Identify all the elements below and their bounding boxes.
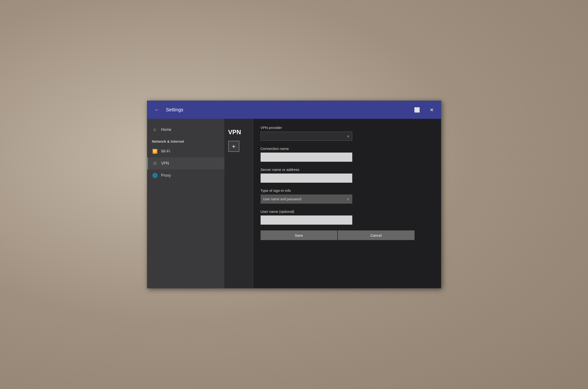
sidebar: ⌂ Home Network & Internet 🛜 Wi-Fi ☉ VPN … — [147, 119, 224, 288]
save-button[interactable]: Save — [260, 230, 337, 240]
content-area: ⌂ Home Network & Internet 🛜 Wi-Fi ☉ VPN … — [147, 119, 441, 288]
proxy-icon: 🌐 — [152, 173, 158, 178]
window-title: Settings — [166, 107, 412, 113]
sign-in-info-label: Type of sign-in info — [260, 189, 414, 193]
server-address-label: Server name or address — [260, 167, 414, 172]
close-button[interactable]: ✕ — [427, 106, 436, 114]
vpn-provider-select[interactable]: Windows (built-in) — [260, 131, 352, 141]
connection-name-group: Connection name — [260, 147, 414, 162]
home-icon: ⌂ — [152, 127, 158, 132]
sidebar-section-label: Network & Internet — [147, 135, 224, 145]
sidebar-item-vpn[interactable]: ☉ VPN — [147, 157, 224, 169]
sign-in-select-wrapper: User name and password Certificate Smart… — [260, 194, 352, 204]
vpn-provider-select-wrapper: Windows (built-in) — [260, 131, 352, 141]
vpn-provider-label: VPN provider — [260, 126, 414, 130]
wifi-icon: 🛜 — [152, 149, 158, 154]
username-label: User name (optional) — [260, 209, 414, 214]
sidebar-vpn-label: VPN — [161, 161, 169, 165]
back-button[interactable]: ← — [152, 106, 162, 114]
sidebar-home-label: Home — [161, 128, 172, 132]
main-form-panel: VPN provider Windows (built-in) Connecti… — [253, 119, 422, 288]
sidebar-proxy-label: Proxy — [161, 173, 171, 178]
middle-panel: VPN + — [224, 119, 253, 288]
sign-in-info-select[interactable]: User name and password Certificate Smart… — [260, 194, 352, 204]
settings-window: ← Settings ⬜ ✕ ⌂ Home Network & Internet… — [147, 100, 441, 289]
server-address-group: Server name or address — [260, 167, 414, 183]
username-group: User name (optional) — [260, 209, 414, 225]
title-bar-controls: ⬜ ✕ — [412, 106, 436, 114]
cancel-button[interactable]: Cancel — [338, 230, 414, 240]
sidebar-wifi-label: Wi-Fi — [161, 149, 170, 154]
vpn-heading: VPN — [224, 124, 253, 141]
form-buttons: Save Cancel — [260, 230, 414, 240]
right-spacer — [422, 119, 441, 288]
restore-button[interactable]: ⬜ — [412, 106, 422, 114]
sidebar-item-proxy[interactable]: 🌐 Proxy — [147, 169, 224, 182]
title-bar: ← Settings ⬜ ✕ — [147, 101, 441, 119]
connection-name-input[interactable] — [260, 153, 352, 162]
vpn-icon: ☉ — [152, 161, 158, 166]
username-input[interactable] — [260, 216, 352, 225]
sidebar-item-wifi[interactable]: 🛜 Wi-Fi — [147, 145, 224, 157]
sidebar-item-home[interactable]: ⌂ Home — [147, 124, 224, 135]
add-vpn-button[interactable]: + — [228, 141, 239, 152]
sign-in-info-group: Type of sign-in info User name and passw… — [260, 189, 414, 204]
connection-name-label: Connection name — [260, 147, 414, 151]
server-address-input[interactable] — [260, 173, 352, 183]
vpn-provider-group: VPN provider Windows (built-in) — [260, 126, 414, 141]
